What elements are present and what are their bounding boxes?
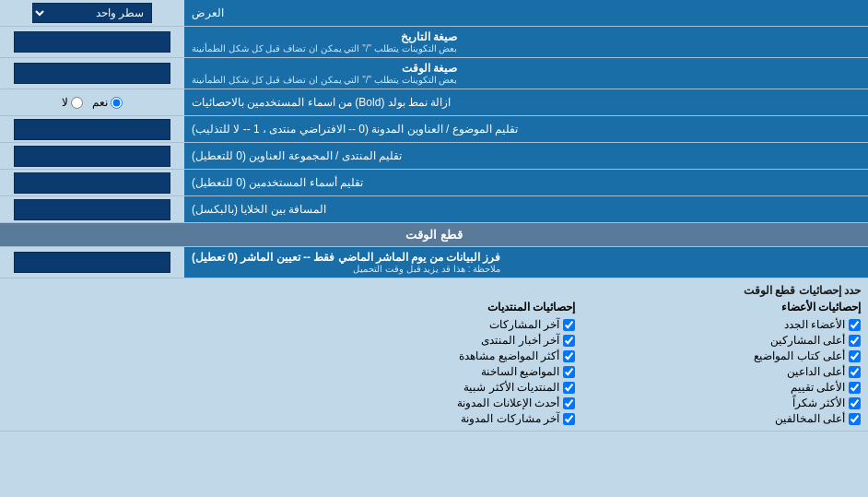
stats-col-members: إحصائيات الأعضاء الأعضاء الجدد أعلى المش… (579, 301, 861, 425)
stat-top-posters-checkbox[interactable] (849, 335, 861, 347)
display-input-area: سطر واحد سطرين ثلاثة أسطر (0, 3, 184, 23)
stat-top-posters2-checkbox[interactable] (849, 366, 861, 378)
bold-no-text: لا (62, 96, 68, 109)
stat-most-thanks-label: الأكثر شكراً (792, 396, 845, 409)
stat-latest-topics-label: المواضيع الساخنة (481, 365, 559, 378)
stat-latest-shared-checkbox[interactable] (563, 413, 575, 425)
forum-titles-row: تقليم الموضوع / العناوين المدونة (0 -- ا… (0, 116, 868, 143)
stat-top-rating: الأعلى تقييم (579, 381, 861, 394)
cutoff-main-label: فرز البيانات من يوم الماشر الماضي فقط --… (192, 251, 500, 264)
time-format-title: صيغة الوقت (192, 62, 457, 75)
date-format-input[interactable]: d-m (14, 31, 170, 53)
cutoff-section-title: قطع الوقت (405, 228, 463, 242)
stat-new-members-checkbox[interactable] (849, 319, 861, 331)
stat-top-posters2: أعلى الداعين (579, 365, 861, 378)
stat-top-visitors-label: أعلى المخالفين (775, 412, 845, 425)
stat-latest-topics: المواضيع الساخنة (293, 365, 575, 378)
stat-top-writers-checkbox[interactable] (849, 350, 861, 362)
forum-titles-text: تقليم الموضوع / العناوين المدونة (0 -- ا… (192, 123, 518, 136)
time-format-subtitle: بعض التكوينات يتطلب "/" التي يمكن ان تضا… (192, 75, 457, 85)
stat-latest-news: آخر أخبار المنتدى (293, 334, 575, 347)
cutoff-value-label: فرز البيانات من يوم الماشر الماضي فقط --… (184, 247, 868, 278)
user-names-input[interactable]: 0 (14, 172, 170, 194)
stat-latest-posts-checkbox[interactable] (563, 319, 575, 331)
forum-titles-label: تقليم الموضوع / العناوين المدونة (0 -- ا… (184, 116, 868, 142)
time-format-label: صيغة الوقت بعض التكوينات يتطلب "/" التي … (184, 58, 868, 89)
stats-col-extra (7, 301, 289, 425)
stats-title: حدد إحصائيات قطع الوقت (7, 284, 861, 297)
date-format-title: صيغة التاريخ (192, 30, 457, 43)
forum-group-input-area: 33 (0, 143, 184, 169)
cutoff-input-area: 0 (0, 250, 184, 276)
stat-similar-forums-checkbox[interactable] (563, 382, 575, 394)
stat-top-writers-label: أعلى كتاب المواضيع (754, 349, 845, 362)
stats-title-text: حدد إحصائيات قطع الوقت (744, 284, 861, 297)
stats-col-forums: إحصائيات المنتديات آخر المشاركات آخر أخب… (293, 301, 575, 425)
forum-group-row: تقليم المنتدى / المجموعة العناوين (0 للت… (0, 143, 868, 170)
stat-latest-announces-label: أحدث الإعلانات المدونة (457, 396, 559, 409)
display-label: العرض (184, 0, 868, 26)
stat-similar-forums: المنتديات الأكثر شبية (293, 381, 575, 394)
cutoff-input[interactable]: 0 (14, 252, 170, 273)
stats-columns: إحصائيات الأعضاء الأعضاء الجدد أعلى المش… (7, 301, 861, 425)
stats-col-forums-title: إحصائيات المنتديات (293, 301, 575, 314)
stat-top-posters-label: أعلى المشاركين (770, 334, 845, 347)
stat-top-visitors: أعلى المخالفين (579, 412, 861, 425)
bold-no-radio[interactable] (71, 97, 83, 109)
distance-text: المسافة بين الخلايا (بالبكسل) (192, 203, 326, 216)
stat-latest-announces-checkbox[interactable] (563, 397, 575, 409)
stat-top-rating-checkbox[interactable] (849, 382, 861, 394)
date-format-subtitle: بعض التكوينات يتطلب "/" التي يمكن ان تضا… (192, 43, 457, 53)
distance-input-area: 2 (0, 196, 184, 222)
bold-remove-row: ازالة نمط بولد (Bold) من اسماء المستخدمي… (0, 89, 868, 116)
display-dropdown[interactable]: سطر واحد سطرين ثلاثة أسطر (32, 3, 152, 23)
distance-row: المسافة بين الخلايا (بالبكسل) 2 (0, 196, 868, 223)
cutoff-value-row: فرز البيانات من يوم الماشر الماضي فقط --… (0, 247, 868, 278)
stat-top-posters2-label: أعلى الداعين (787, 365, 845, 378)
time-format-row: صيغة الوقت بعض التكوينات يتطلب "/" التي … (0, 58, 868, 89)
stat-most-viewed-checkbox[interactable] (563, 350, 575, 362)
forum-group-label: تقليم المنتدى / المجموعة العناوين (0 للت… (184, 143, 868, 169)
time-format-input[interactable]: H:i (14, 63, 170, 84)
stat-new-members-label: الأعضاء الجدد (784, 318, 845, 331)
bold-yes-radio[interactable] (111, 97, 123, 109)
stat-top-writers: أعلى كتاب المواضيع (579, 349, 861, 362)
distance-label: المسافة بين الخلايا (بالبكسل) (184, 196, 868, 222)
stat-latest-news-checkbox[interactable] (563, 335, 575, 347)
stat-top-visitors-checkbox[interactable] (849, 413, 861, 425)
forum-titles-input[interactable]: 33 (14, 119, 170, 140)
bold-remove-options: نعم لا (0, 89, 184, 115)
cutoff-note: ملاحظة : هذا قد يزيد قبل وقت التحميل (192, 264, 500, 274)
stat-latest-topics-checkbox[interactable] (563, 366, 575, 378)
stat-latest-shared: آخر مشاركات المدونة (293, 412, 575, 425)
cutoff-section-header: قطع الوقت (0, 223, 868, 247)
user-names-input-area: 0 (0, 170, 184, 195)
stat-most-thanks: الأكثر شكراً (579, 396, 861, 409)
date-format-label: صيغة التاريخ بعض التكوينات يتطلب "/" الت… (184, 27, 868, 57)
distance-input[interactable]: 2 (14, 199, 170, 220)
stat-similar-forums-label: المنتديات الأكثر شبية (463, 381, 559, 394)
stat-most-viewed: أكثر المواضيع مشاهدة (293, 349, 575, 362)
stat-most-thanks-checkbox[interactable] (849, 397, 861, 409)
bold-no-label[interactable]: لا (62, 96, 83, 109)
forum-titles-input-area: 33 (0, 116, 184, 142)
user-names-row: تقليم أسماء المستخدمين (0 للتعطيل) 0 (0, 170, 868, 196)
forum-group-text: تقليم المنتدى / المجموعة العناوين (0 للت… (192, 149, 402, 162)
stat-latest-posts-label: آخر المشاركات (489, 318, 559, 331)
stat-new-members: الأعضاء الجدد (579, 318, 861, 331)
user-names-label: تقليم أسماء المستخدمين (0 للتعطيل) (184, 170, 868, 195)
stat-latest-shared-label: آخر مشاركات المدونة (461, 412, 559, 425)
stat-top-posters: أعلى المشاركين (579, 334, 861, 347)
display-title-text: العرض (192, 6, 224, 19)
stat-latest-posts: آخر المشاركات (293, 318, 575, 331)
bold-remove-label: ازالة نمط بولد (Bold) من اسماء المستخدمي… (184, 89, 868, 115)
bold-yes-text: نعم (92, 96, 108, 109)
user-names-text: تقليم أسماء المستخدمين (0 للتعطيل) (192, 176, 363, 189)
stat-latest-news-label: آخر أخبار المنتدى (481, 334, 559, 347)
stat-latest-announces: أحدث الإعلانات المدونة (293, 396, 575, 409)
stats-col-members-title: إحصائيات الأعضاء (579, 301, 861, 314)
bold-yes-label[interactable]: نعم (92, 96, 123, 109)
forum-group-input[interactable]: 33 (14, 146, 170, 167)
stat-most-viewed-label: أكثر المواضيع مشاهدة (459, 349, 559, 362)
date-format-row: صيغة التاريخ بعض التكوينات يتطلب "/" الت… (0, 27, 868, 58)
